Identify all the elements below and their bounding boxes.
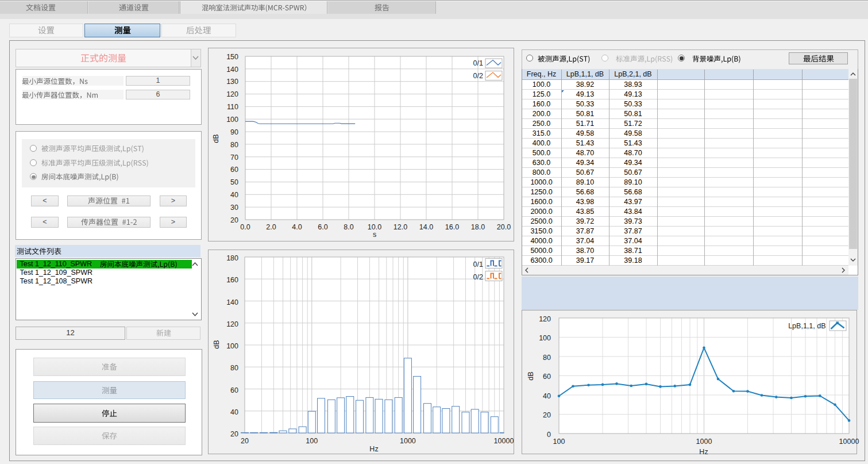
- svg-text:70: 70: [230, 154, 238, 162]
- svg-text:16.0: 16.0: [445, 223, 459, 231]
- svg-text:60: 60: [543, 373, 551, 381]
- svg-text:10000: 10000: [494, 437, 514, 445]
- svg-text:s: s: [373, 231, 376, 239]
- svg-text:20: 20: [230, 216, 238, 224]
- svg-text:140: 140: [226, 298, 238, 306]
- svg-text:130: 130: [226, 78, 238, 86]
- svg-text:6.0: 6.0: [318, 223, 327, 231]
- svg-text:10000: 10000: [839, 438, 859, 446]
- svg-text:0/1: 0/1: [473, 59, 483, 67]
- svg-text:100: 100: [226, 116, 238, 124]
- svg-text:100: 100: [226, 342, 238, 350]
- svg-text:80: 80: [230, 141, 238, 149]
- svg-text:120: 120: [226, 90, 238, 98]
- svg-text:60: 60: [230, 386, 238, 394]
- svg-text:50: 50: [230, 178, 238, 186]
- svg-text:0/2: 0/2: [473, 72, 483, 80]
- svg-text:4.0: 4.0: [292, 223, 302, 231]
- svg-text:12.0: 12.0: [394, 223, 407, 231]
- svg-text:100: 100: [553, 438, 565, 446]
- svg-text:120: 120: [226, 320, 238, 328]
- svg-text:0.0: 0.0: [240, 223, 250, 231]
- svg-text:30: 30: [230, 204, 238, 212]
- svg-text:1000: 1000: [696, 438, 712, 446]
- svg-text:Hz: Hz: [369, 445, 378, 453]
- svg-text:20: 20: [241, 437, 249, 445]
- svg-text:160: 160: [226, 276, 238, 284]
- svg-text:dB: dB: [212, 134, 220, 143]
- svg-text:100: 100: [539, 334, 551, 342]
- svg-text:60: 60: [230, 166, 238, 174]
- svg-text:180: 180: [226, 254, 238, 262]
- svg-text:20.0: 20.0: [497, 223, 511, 231]
- svg-text:100: 100: [306, 437, 318, 445]
- svg-text:LpB,1,1, dB: LpB,1,1, dB: [788, 322, 825, 330]
- svg-text:Hz: Hz: [699, 448, 708, 456]
- svg-text:0/2: 0/2: [473, 273, 483, 281]
- svg-text:20: 20: [230, 430, 238, 438]
- svg-text:8.0: 8.0: [344, 223, 353, 231]
- svg-text:dB: dB: [213, 340, 221, 348]
- svg-text:dB: dB: [527, 371, 535, 380]
- svg-text:1000: 1000: [400, 437, 416, 445]
- svg-text:0: 0: [547, 431, 551, 439]
- svg-text:14.0: 14.0: [419, 223, 433, 231]
- svg-text:150: 150: [226, 53, 238, 61]
- svg-text:18.0: 18.0: [471, 223, 485, 231]
- svg-text:110: 110: [227, 103, 238, 111]
- svg-text:120: 120: [539, 315, 551, 323]
- svg-text:40: 40: [230, 408, 238, 416]
- svg-text:80: 80: [543, 354, 551, 362]
- svg-text:40: 40: [543, 392, 551, 400]
- svg-text:90: 90: [230, 128, 238, 136]
- svg-text:2.0: 2.0: [266, 223, 276, 231]
- svg-text:20: 20: [543, 411, 551, 419]
- svg-text:40: 40: [230, 191, 238, 199]
- svg-text:140: 140: [226, 66, 238, 74]
- svg-text:0/1: 0/1: [473, 260, 483, 269]
- svg-text:80: 80: [230, 364, 238, 372]
